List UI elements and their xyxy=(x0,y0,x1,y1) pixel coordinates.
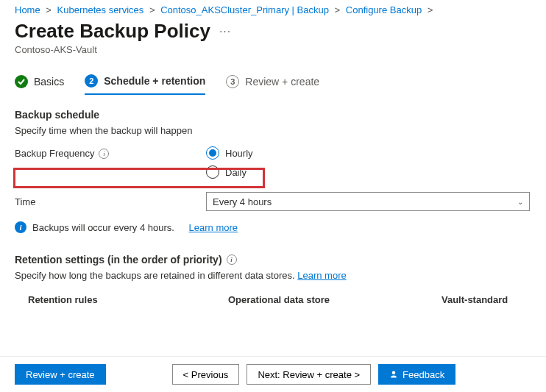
check-icon xyxy=(15,75,28,88)
more-actions-icon[interactable]: ··· xyxy=(219,25,231,38)
stepper: Basics 2 Schedule + retention 3 Review +… xyxy=(0,55,546,96)
chevron-right-icon: > xyxy=(428,4,433,15)
next-button[interactable]: Next: Review + create > xyxy=(247,364,371,385)
previous-button[interactable]: < Previous xyxy=(172,364,240,385)
crumb-cluster-backup[interactable]: Contoso_AKSCluster_Primary | Backup xyxy=(160,4,329,15)
chevron-right-icon: > xyxy=(149,4,155,15)
step-label: Review + create xyxy=(245,76,319,88)
col-vault-standard: Vault-standard xyxy=(442,294,531,305)
step-review-create[interactable]: 3 Review + create xyxy=(226,75,319,94)
col-operational-store: Operational data store xyxy=(228,294,442,305)
footer-bar: Review + create < Previous Next: Review … xyxy=(0,356,546,392)
step-label: Basics xyxy=(34,76,64,88)
step-number-icon: 3 xyxy=(226,75,239,88)
time-select[interactable]: Every 4 hours ⌄ xyxy=(206,192,530,211)
step-basics[interactable]: Basics xyxy=(15,75,64,94)
retention-title: Retention settings (in the order of prio… xyxy=(15,254,222,266)
breadcrumb: Home > Kubernetes services > Contoso_AKS… xyxy=(0,0,546,15)
step-label: Schedule + retention xyxy=(104,75,205,87)
radio-hourly[interactable]: Hourly xyxy=(206,146,253,160)
info-icon: i xyxy=(15,221,26,233)
feedback-button[interactable]: Feedback xyxy=(378,364,455,385)
learn-more-link[interactable]: Learn more xyxy=(297,270,346,281)
backup-frequency-label: Backup Frequency xyxy=(15,148,94,159)
chevron-right-icon: > xyxy=(335,4,341,15)
chevron-right-icon: > xyxy=(46,4,52,15)
time-value: Every 4 hours xyxy=(213,196,272,207)
schedule-title: Backup schedule xyxy=(15,109,531,121)
step-schedule-retention[interactable]: 2 Schedule + retention xyxy=(85,74,205,95)
retention-columns: Retention rules Operational data store V… xyxy=(15,294,531,305)
learn-more-link[interactable]: Learn more xyxy=(189,222,238,233)
radio-daily[interactable]: Daily xyxy=(206,165,253,179)
review-create-button[interactable]: Review + create xyxy=(15,364,106,385)
info-icon[interactable]: i xyxy=(227,254,237,265)
feedback-label: Feedback xyxy=(403,369,444,380)
feedback-icon xyxy=(389,370,398,379)
page-title: Create Backup Policy xyxy=(15,20,210,43)
col-retention-rules: Retention rules xyxy=(15,294,228,305)
chevron-down-icon: ⌄ xyxy=(517,198,523,206)
crumb-home[interactable]: Home xyxy=(15,4,40,15)
crumb-configure-backup[interactable]: Configure Backup xyxy=(346,4,422,15)
schedule-banner-text: Backups will occur every 4 hours. xyxy=(32,222,174,233)
radio-icon xyxy=(206,146,219,160)
radio-label: Daily xyxy=(225,167,247,178)
schedule-desc: Specify time when the backup will happen xyxy=(15,125,531,136)
info-icon[interactable]: i xyxy=(99,149,109,159)
crumb-k8s-services[interactable]: Kubernetes services xyxy=(57,4,144,15)
step-number-icon: 2 xyxy=(85,74,98,88)
retention-desc: Specify how long the backups are retaine… xyxy=(15,270,295,281)
radio-icon xyxy=(206,165,219,179)
page-subtitle: Contoso-AKS-Vault xyxy=(0,43,546,55)
radio-label: Hourly xyxy=(225,148,253,159)
time-label: Time xyxy=(15,196,206,207)
